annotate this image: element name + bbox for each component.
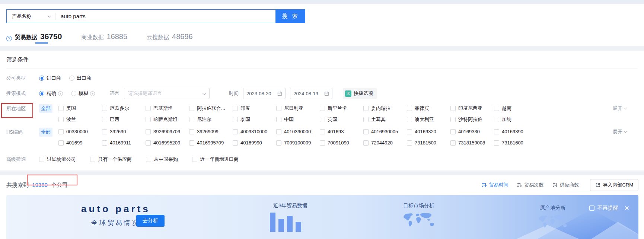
- region-checkbox[interactable]: 波兰: [58, 116, 102, 122]
- radio-label: 进口商: [47, 75, 61, 82]
- time-label: 时间: [229, 90, 239, 97]
- checkbox-box: [146, 117, 151, 122]
- region-checkbox[interactable]: 厄瓜多尔: [102, 105, 146, 111]
- radio-icon: [69, 76, 74, 81]
- sort-supplier-count[interactable]: 供应商数: [552, 182, 579, 188]
- checkbox-box: [189, 129, 194, 134]
- hs-code-checkbox[interactable]: 4016995709: [189, 140, 233, 146]
- info-icon[interactable]: [90, 91, 95, 96]
- radio-exporter[interactable]: 出口商: [69, 75, 91, 82]
- region-all-chip[interactable]: 全部: [39, 104, 52, 113]
- hs-code-checkbox[interactable]: 401693: [320, 128, 363, 135]
- date-start-picker[interactable]: 2023-08-20: [243, 88, 286, 99]
- checkbox-label: 菲律宾: [415, 105, 429, 112]
- region-checkbox[interactable]: 越南: [494, 105, 538, 111]
- checkbox-box: [189, 117, 194, 122]
- hs-code-checkbox[interactable]: 4010390000: [276, 128, 320, 135]
- region-checkbox[interactable]: 委内瑞拉: [363, 105, 407, 111]
- analysis-banner: auto parts 全球贸易情况 去分析 近3年贸易数据 目标市场分析 原产地…: [6, 195, 638, 239]
- hs-code-checkbox[interactable]: 70091090: [320, 140, 363, 146]
- language-select[interactable]: 请选择翻译语言: [124, 88, 210, 99]
- sort-trade-count[interactable]: 贸易次数: [517, 182, 543, 188]
- sort-trade-time[interactable]: 贸易时间: [482, 182, 508, 188]
- hs-code-checkbox[interactable]: 73181600: [494, 140, 538, 146]
- checkbox-label: 00330000: [66, 129, 88, 134]
- banner-card-title: 原产地分析: [523, 205, 583, 211]
- hs-code-checkbox[interactable]: 40169330: [450, 128, 494, 135]
- hs-code-checkbox[interactable]: 4009310000: [233, 128, 276, 135]
- radio-importer[interactable]: 进口商: [39, 75, 61, 82]
- region-checkbox[interactable]: 斯里兰卡: [320, 105, 363, 111]
- hs-code-checkbox[interactable]: 392690: [102, 128, 146, 135]
- tab-trade-data[interactable]: 贸易数据 36750: [6, 32, 62, 41]
- quick-options-button[interactable]: 快捷选项: [343, 88, 377, 99]
- radio-exact[interactable]: 精确: [39, 90, 63, 97]
- import-crm-button[interactable]: 导入内部CRM: [590, 179, 638, 191]
- checkbox-label: 尼日利亚: [284, 105, 303, 112]
- close-icon[interactable]: [624, 205, 629, 211]
- sort-icon: [552, 182, 558, 188]
- advanced-checkbox[interactable]: 近一年新增进口商: [192, 156, 239, 163]
- hs-code-checkbox[interactable]: 72044920: [363, 140, 407, 146]
- region-checkbox[interactable]: 阿拉伯联合...: [189, 105, 233, 111]
- checkbox-label: 40169330: [458, 129, 480, 134]
- analyze-button[interactable]: 去分析: [136, 215, 165, 227]
- hs-code-checkbox[interactable]: 7318159008: [450, 140, 494, 146]
- info-icon[interactable]: [58, 91, 63, 96]
- search-button[interactable]: 搜 索: [276, 9, 305, 23]
- checkbox-box: [276, 117, 281, 122]
- region-checkbox[interactable]: 菲律宾: [407, 105, 450, 111]
- region-checkbox[interactable]: 澳大利亚: [407, 116, 450, 122]
- region-checkbox[interactable]: 中国: [276, 116, 320, 122]
- region-checkbox[interactable]: 尼泊尔: [189, 116, 233, 122]
- hs-row-2: 401699 40169911 4016995209 4016995709 40…: [58, 140, 538, 146]
- date-end-picker[interactable]: 2024-08-19: [290, 88, 332, 99]
- advanced-checkbox[interactable]: 从中国采购: [146, 156, 178, 163]
- help-icon[interactable]: [6, 36, 12, 41]
- checkbox-label: 波兰: [66, 116, 76, 123]
- search-category-select[interactable]: 产品名称: [7, 13, 55, 20]
- hs-code-checkbox[interactable]: 40169990: [233, 140, 276, 146]
- region-checkbox[interactable]: 美国: [58, 105, 102, 111]
- banner-card-title: 近3年贸易数据: [267, 203, 307, 209]
- hs-code-checkbox[interactable]: 3926909709: [146, 128, 189, 135]
- hs-code-checkbox[interactable]: 401699: [58, 140, 102, 146]
- region-checkbox[interactable]: 印度: [233, 105, 276, 111]
- region-checkbox[interactable]: 英国: [320, 116, 363, 122]
- hs-code-checkbox[interactable]: 39269099: [189, 128, 233, 135]
- results-header: 共搜索到 19380 个公司 贸易时间 贸易次数 供应商数 导入内部CRM: [0, 176, 644, 194]
- checkbox-box: [450, 140, 456, 146]
- hs-expand-link[interactable]: 展开: [613, 128, 627, 135]
- region-checkbox[interactable]: 巴基斯坦: [146, 105, 189, 111]
- tab-cloud-search-data[interactable]: 云搜数据 48696: [147, 32, 193, 41]
- region-checkbox[interactable]: 泰国: [233, 116, 276, 122]
- radio-fuzzy[interactable]: 模糊: [71, 90, 95, 97]
- region-checkbox[interactable]: 巴西: [102, 116, 146, 122]
- region-checkbox[interactable]: 加纳: [494, 116, 538, 122]
- region-checkbox[interactable]: 哈萨克斯坦: [146, 116, 189, 122]
- hs-code-checkbox[interactable]: 4016995209: [146, 140, 189, 146]
- checkbox-box: [450, 129, 456, 134]
- advanced-checkbox[interactable]: 只有一个供应商: [90, 156, 132, 163]
- region-checkbox[interactable]: 尼日利亚: [276, 105, 320, 111]
- dismiss-checkbox[interactable]: [589, 205, 594, 211]
- region-checkbox[interactable]: 印度尼西亚: [450, 105, 494, 111]
- tab-business-data[interactable]: 商业数据 16885: [81, 32, 127, 41]
- hs-code-checkbox[interactable]: 40169320: [407, 128, 450, 135]
- checkbox-label: 加纳: [502, 116, 511, 123]
- hs-code-checkbox[interactable]: 4016930005: [363, 128, 407, 135]
- chevron-down-icon: [624, 106, 627, 109]
- hs-all-chip[interactable]: 全部: [39, 128, 52, 137]
- search-input[interactable]: [55, 13, 275, 19]
- region-checkbox[interactable]: 土耳其: [363, 116, 407, 122]
- hs-code-checkbox[interactable]: 40169390: [494, 128, 538, 135]
- hs-code-checkbox[interactable]: 40169911: [102, 140, 146, 146]
- hs-code-checkbox[interactable]: 7009100009: [276, 140, 320, 146]
- advanced-checkbox[interactable]: 过滤物流公司: [39, 156, 76, 163]
- results-summary: 共搜索到 19380 个公司: [6, 182, 68, 189]
- hs-code-checkbox[interactable]: 00330000: [58, 128, 102, 135]
- region-checkbox[interactable]: 沙特阿拉伯: [450, 116, 494, 122]
- top-strip: [0, 0, 644, 4]
- region-expand-link[interactable]: 展开: [613, 105, 627, 112]
- hs-code-checkbox[interactable]: 73181500: [407, 140, 450, 146]
